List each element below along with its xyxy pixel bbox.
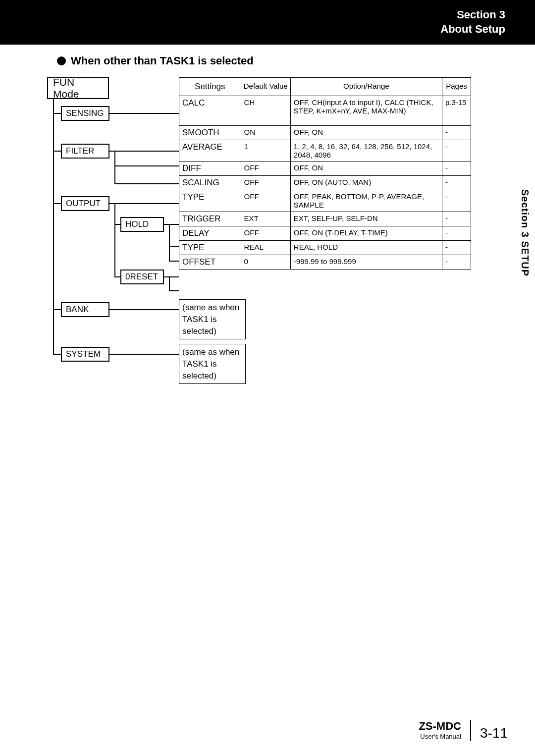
l5	[114, 276, 120, 277]
bank-note: (same as when TASK1 is selected)	[179, 299, 246, 339]
l3a	[109, 203, 114, 204]
reset-box: 0RESET	[120, 270, 164, 284]
doc-subtitle: User's Manual	[419, 733, 461, 740]
l4e	[169, 261, 179, 262]
l1	[53, 113, 61, 114]
col-pages: Pages	[442, 78, 471, 96]
l2f	[114, 183, 179, 184]
filter-box: FILTER	[61, 144, 109, 159]
col-option: Option/Range	[290, 78, 442, 96]
table-row: SMOOTH ON OFF, ON -	[179, 126, 471, 140]
settings-table: Settings Default Value Option/Range Page…	[179, 77, 471, 270]
table-row: OFFSET 0 -999.99 to 999.999 -	[179, 255, 471, 270]
table-row: DELAY OFF OFF, ON (T-DELAY, T-TIME) -	[179, 226, 471, 241]
section-title-row: When other than TASK1 is selected	[57, 54, 505, 67]
table-row: TRIGGER EXT EXT, SELF-UP, SELF-DN -	[179, 212, 471, 226]
col-settings: Settings	[179, 78, 241, 96]
table-row: AVERAGE 1 1, 2, 4, 8, 16, 32, 64, 128, 2…	[179, 140, 471, 162]
l2d	[114, 151, 179, 152]
l5b	[169, 276, 170, 290]
l2	[53, 151, 61, 152]
l2e	[114, 165, 179, 166]
bank-box: BANK	[61, 302, 109, 317]
l4b	[169, 224, 170, 262]
side-tab: Section 3 SETUP	[514, 183, 535, 282]
l3	[53, 203, 61, 204]
l2b	[109, 151, 114, 152]
table-row: TYPE OFF OFF, PEAK, BOTTOM, P-P, AVERAGE…	[179, 190, 471, 212]
fun-mode-box: FUN Mode	[47, 77, 109, 99]
section-title: When other than TASK1 is selected	[71, 54, 254, 67]
table-row: TYPE REAL REAL, HOLD -	[179, 241, 471, 255]
spine-line	[53, 99, 54, 355]
l3b	[114, 203, 115, 276]
doc-name: ZS-MDC	[419, 720, 461, 733]
header-subtitle: About Setup	[440, 22, 505, 37]
l2c	[114, 151, 115, 183]
menu-diagram: FUN Mode SENSING FILTER OUTPUT HOLD 0RES…	[57, 77, 505, 370]
table-row: CALC CH OFF, CH(input A to input I), CAL…	[179, 96, 471, 126]
system-note: (same as when TASK1 is selected)	[179, 344, 246, 384]
l4a	[164, 224, 169, 225]
l6	[53, 309, 61, 310]
hold-box: HOLD	[120, 217, 164, 232]
l5a	[164, 276, 169, 277]
header-title: Section 3 About Setup	[440, 8, 505, 36]
l7	[53, 354, 61, 355]
l7a	[109, 354, 179, 355]
page-content: When other than TASK1 is selected FUN Mo…	[0, 45, 535, 370]
l3c	[114, 203, 179, 204]
l1b	[109, 113, 179, 114]
l4d	[169, 246, 179, 247]
side-tab-text: Section 3 SETUP	[519, 189, 531, 276]
page-number: 3-11	[480, 725, 508, 741]
col-default: Default Value	[241, 78, 290, 96]
bullet-icon	[57, 56, 66, 65]
page-footer: ZS-MDC User's Manual 3-11	[419, 720, 508, 741]
page-header: Section 3 About Setup	[0, 0, 535, 45]
l4	[114, 224, 120, 225]
footer-doc-block: ZS-MDC User's Manual	[419, 720, 471, 741]
l5d	[169, 290, 179, 291]
l5c	[169, 276, 179, 277]
table-row: SCALING OFF OFF, ON (AUTO, MAN) -	[179, 176, 471, 190]
table-row: DIFF OFF OFF, ON -	[179, 162, 471, 176]
table-header-row: Settings Default Value Option/Range Page…	[179, 78, 471, 96]
l4c	[169, 224, 179, 225]
l6a	[109, 309, 179, 310]
output-box: OUTPUT	[61, 196, 109, 211]
header-section: Section 3	[440, 8, 505, 22]
system-box: SYSTEM	[61, 347, 109, 362]
sensing-box: SENSING	[61, 106, 109, 121]
